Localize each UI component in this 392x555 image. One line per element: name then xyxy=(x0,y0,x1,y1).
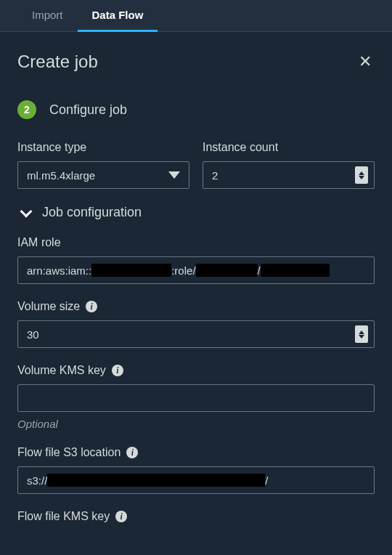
job-configuration-toggle[interactable]: Job configuration xyxy=(17,205,375,220)
volume-kms-label: Volume KMS key i xyxy=(17,364,375,377)
info-icon[interactable]: i xyxy=(86,301,97,312)
page-title: Create job xyxy=(17,52,98,72)
instance-type-label: Instance type xyxy=(17,141,189,154)
flow-s3-input[interactable]: s3:/// xyxy=(17,466,375,494)
step-title: Configure job xyxy=(49,102,127,118)
tab-import[interactable]: Import xyxy=(17,0,78,32)
iam-role-value: arn:aws:iam:::role// xyxy=(27,257,365,283)
volume-kms-field[interactable] xyxy=(27,385,365,411)
volume-size-label: Volume size i xyxy=(17,300,375,313)
info-icon[interactable]: i xyxy=(115,511,127,522)
create-job-panel: Create job ✕ 2 Configure job Instance ty… xyxy=(0,32,392,548)
info-icon[interactable]: i xyxy=(126,447,138,458)
instance-count-stepper[interactable]: 2 xyxy=(203,161,375,189)
stepper-icon[interactable] xyxy=(355,166,368,184)
instance-count-label: Instance count xyxy=(203,141,375,154)
stepper-icon[interactable] xyxy=(355,325,368,343)
instance-count-value: 2 xyxy=(212,169,218,182)
instance-type-select[interactable]: ml.m5.4xlarge xyxy=(17,161,189,189)
flow-s3-label: Flow file S3 location i xyxy=(17,446,375,459)
iam-role-input[interactable]: arn:aws:iam:::role// xyxy=(17,256,375,284)
iam-role-label: IAM role xyxy=(17,236,375,249)
volume-kms-input[interactable] xyxy=(17,384,375,412)
volume-size-value: 30 xyxy=(27,328,39,341)
tab-data-flow[interactable]: Data Flow xyxy=(78,0,158,32)
close-icon: ✕ xyxy=(359,52,372,70)
job-configuration-title: Job configuration xyxy=(42,205,142,220)
volume-size-stepper[interactable]: 30 xyxy=(17,320,375,348)
flow-kms-label: Flow file KMS key i xyxy=(17,510,375,523)
tabs: Import Data Flow xyxy=(0,0,392,32)
flow-s3-value: s3:/// xyxy=(27,467,365,493)
close-button[interactable]: ✕ xyxy=(356,49,375,74)
chevron-down-icon xyxy=(168,171,180,179)
instance-type-value: ml.m5.4xlarge xyxy=(27,169,95,182)
volume-kms-helper: Optional xyxy=(17,418,375,430)
step-header: 2 Configure job xyxy=(17,100,375,119)
step-number-badge: 2 xyxy=(17,100,36,119)
info-icon[interactable]: i xyxy=(112,365,123,376)
chevron-down-icon xyxy=(20,205,33,217)
